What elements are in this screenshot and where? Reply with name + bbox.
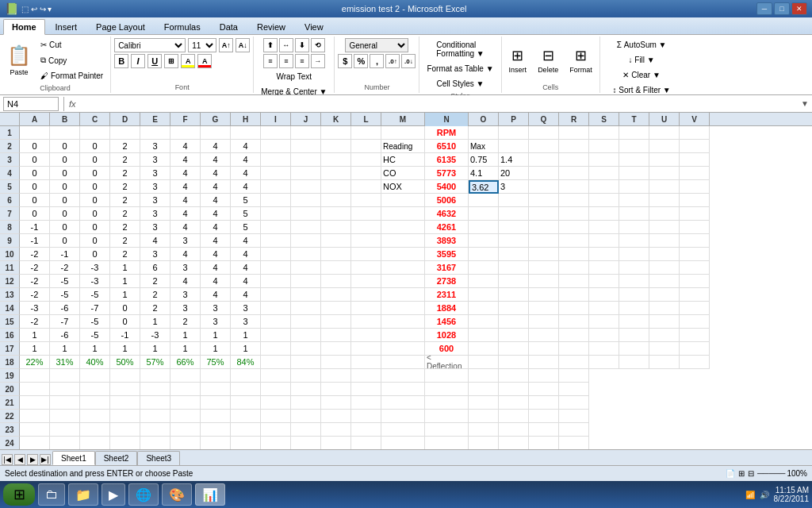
cell-m3[interactable]: HC: [381, 153, 425, 167]
taskbar-folder-button[interactable]: 📁: [68, 483, 98, 506]
cell-t9[interactable]: [619, 234, 649, 248]
row-header-2[interactable]: 2: [0, 140, 20, 153]
cell-t5[interactable]: [619, 180, 649, 194]
cell-h4[interactable]: 4: [231, 167, 261, 180]
cell-n8[interactable]: 4261: [425, 221, 469, 234]
cell-l8[interactable]: [351, 221, 381, 234]
cell-p3[interactable]: 1.4: [499, 153, 529, 167]
cell-l22[interactable]: [351, 410, 381, 423]
cell-g1[interactable]: [201, 126, 231, 140]
autosum-button[interactable]: Σ AutoSum ▼: [613, 38, 671, 52]
cell-g8[interactable]: 4: [201, 221, 231, 234]
row-header-5[interactable]: 5: [0, 180, 20, 194]
decrease-font-button[interactable]: A↓: [236, 38, 250, 52]
col-header-t[interactable]: T: [619, 113, 649, 126]
cell-l24[interactable]: [351, 437, 381, 449]
col-header-h[interactable]: H: [231, 113, 261, 126]
cell-n9[interactable]: 3893: [425, 234, 469, 248]
cell-o9[interactable]: [469, 234, 499, 248]
cell-h24[interactable]: [231, 437, 261, 449]
cell-r16[interactable]: [559, 329, 589, 342]
cell-h8[interactable]: 5: [231, 221, 261, 234]
cell-i15[interactable]: [261, 315, 291, 329]
cell-p20[interactable]: [499, 383, 529, 396]
col-header-g[interactable]: G: [201, 113, 231, 126]
col-header-l[interactable]: L: [351, 113, 381, 126]
align-center-button[interactable]: ≡: [279, 54, 293, 68]
cell-i8[interactable]: [261, 221, 291, 234]
cell-o1[interactable]: [469, 126, 499, 140]
cell-q19[interactable]: [529, 369, 559, 383]
conditional-formatting-button[interactable]: ConditionalFormatting ▼: [432, 38, 488, 60]
cell-e10[interactable]: 3: [140, 248, 170, 261]
format-painter-button[interactable]: 🖌 Format Painter: [36, 69, 107, 83]
cell-b14[interactable]: -6: [50, 302, 80, 315]
cell-d17[interactable]: 1: [110, 342, 140, 356]
row-header-15[interactable]: 15: [0, 315, 20, 329]
cell-g24[interactable]: [201, 437, 231, 449]
cell-c4[interactable]: 0: [80, 167, 110, 180]
cell-i12[interactable]: [261, 275, 291, 288]
cell-h18[interactable]: 84%: [231, 356, 261, 369]
cell-q16[interactable]: [529, 329, 559, 342]
cell-h19[interactable]: [231, 369, 261, 383]
close-button[interactable]: ✕: [791, 2, 807, 15]
cell-o11[interactable]: [469, 261, 499, 275]
cell-h22[interactable]: [231, 410, 261, 423]
cell-k14[interactable]: [321, 302, 351, 315]
cell-t16[interactable]: [619, 329, 649, 342]
cell-v3[interactable]: [680, 153, 710, 167]
cell-t15[interactable]: [619, 315, 649, 329]
cell-g9[interactable]: 4: [201, 234, 231, 248]
cell-p24[interactable]: [499, 437, 529, 449]
comma-button[interactable]: ,: [370, 54, 384, 68]
row-header-23[interactable]: 23: [0, 423, 20, 437]
cell-l4[interactable]: [351, 167, 381, 180]
cell-l5[interactable]: [351, 180, 381, 194]
col-header-f[interactable]: F: [170, 113, 201, 126]
cell-v18[interactable]: [680, 356, 710, 369]
cell-v12[interactable]: [680, 275, 710, 288]
row-header-20[interactable]: 20: [0, 383, 20, 396]
cell-e7[interactable]: 3: [140, 207, 170, 221]
cell-k21[interactable]: [321, 396, 351, 410]
orientation-button[interactable]: ⟲: [311, 38, 325, 52]
cell-n3[interactable]: 6135: [425, 153, 469, 167]
cell-d15[interactable]: 0: [110, 315, 140, 329]
last-sheet-button[interactable]: ▶|: [40, 454, 51, 465]
cell-r20[interactable]: [559, 383, 589, 396]
cell-q6[interactable]: [529, 194, 559, 207]
cell-i5[interactable]: [261, 180, 291, 194]
cell-f7[interactable]: 4: [170, 207, 201, 221]
cell-a11[interactable]: -2: [20, 261, 50, 275]
first-sheet-button[interactable]: |◀: [2, 454, 13, 465]
col-header-r[interactable]: R: [559, 113, 589, 126]
cell-a21[interactable]: [20, 396, 50, 410]
cell-l10[interactable]: [351, 248, 381, 261]
cell-k11[interactable]: [321, 261, 351, 275]
cell-d18[interactable]: 50%: [110, 356, 140, 369]
cell-t10[interactable]: [619, 248, 649, 261]
cell-q24[interactable]: [529, 437, 559, 449]
cell-i3[interactable]: [261, 153, 291, 167]
cell-v16[interactable]: [680, 329, 710, 342]
cell-m7[interactable]: [381, 207, 425, 221]
dollar-button[interactable]: $: [338, 54, 352, 68]
cell-i11[interactable]: [261, 261, 291, 275]
cell-v9[interactable]: [680, 234, 710, 248]
cell-e1[interactable]: [140, 126, 170, 140]
col-header-a[interactable]: A: [20, 113, 50, 126]
cell-v15[interactable]: [680, 315, 710, 329]
cell-c8[interactable]: 0: [80, 221, 110, 234]
cell-s1[interactable]: [589, 126, 619, 140]
decrease-decimal-button[interactable]: .0↓: [401, 54, 416, 68]
format-as-table-button[interactable]: Format as Table ▼: [423, 62, 497, 75]
cell-v11[interactable]: [680, 261, 710, 275]
cell-b4[interactable]: 0: [50, 167, 80, 180]
cell-s14[interactable]: [589, 302, 619, 315]
cell-p22[interactable]: [499, 410, 529, 423]
cell-o13[interactable]: [469, 288, 499, 302]
cell-m2[interactable]: Reading: [381, 140, 425, 153]
cell-h5[interactable]: 4: [231, 180, 261, 194]
cell-l2[interactable]: [351, 140, 381, 153]
